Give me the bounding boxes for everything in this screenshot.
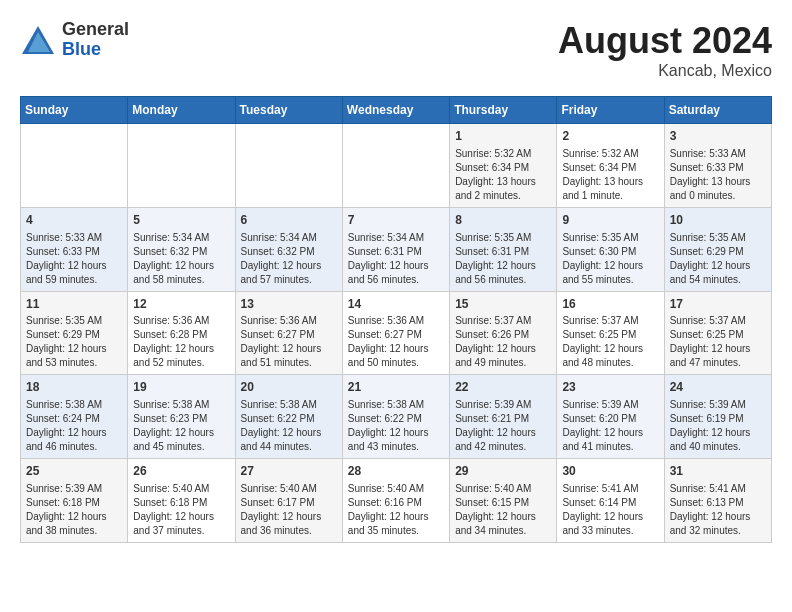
day-info: Sunrise: 5:38 AM Sunset: 6:22 PM Dayligh… — [241, 398, 337, 454]
day-info: Sunrise: 5:37 AM Sunset: 6:25 PM Dayligh… — [562, 314, 658, 370]
day-of-week-header: Friday — [557, 97, 664, 124]
calendar-cell: 16Sunrise: 5:37 AM Sunset: 6:25 PM Dayli… — [557, 291, 664, 375]
day-info: Sunrise: 5:41 AM Sunset: 6:13 PM Dayligh… — [670, 482, 766, 538]
day-number: 19 — [133, 379, 229, 396]
calendar-week-row: 4Sunrise: 5:33 AM Sunset: 6:33 PM Daylig… — [21, 207, 772, 291]
day-info: Sunrise: 5:37 AM Sunset: 6:25 PM Dayligh… — [670, 314, 766, 370]
title-section: August 2024 Kancab, Mexico — [558, 20, 772, 80]
day-info: Sunrise: 5:37 AM Sunset: 6:26 PM Dayligh… — [455, 314, 551, 370]
calendar-week-row: 25Sunrise: 5:39 AM Sunset: 6:18 PM Dayli… — [21, 459, 772, 543]
calendar-cell: 29Sunrise: 5:40 AM Sunset: 6:15 PM Dayli… — [450, 459, 557, 543]
day-number: 30 — [562, 463, 658, 480]
day-number: 15 — [455, 296, 551, 313]
day-number: 22 — [455, 379, 551, 396]
day-number: 25 — [26, 463, 122, 480]
calendar-cell: 20Sunrise: 5:38 AM Sunset: 6:22 PM Dayli… — [235, 375, 342, 459]
calendar-cell: 22Sunrise: 5:39 AM Sunset: 6:21 PM Dayli… — [450, 375, 557, 459]
calendar-cell: 24Sunrise: 5:39 AM Sunset: 6:19 PM Dayli… — [664, 375, 771, 459]
page-header: General Blue August 2024 Kancab, Mexico — [20, 20, 772, 80]
day-info: Sunrise: 5:40 AM Sunset: 6:17 PM Dayligh… — [241, 482, 337, 538]
day-number: 17 — [670, 296, 766, 313]
day-of-week-header: Thursday — [450, 97, 557, 124]
calendar-cell — [235, 124, 342, 208]
day-number: 26 — [133, 463, 229, 480]
location: Kancab, Mexico — [558, 62, 772, 80]
day-number: 11 — [26, 296, 122, 313]
day-info: Sunrise: 5:35 AM Sunset: 6:30 PM Dayligh… — [562, 231, 658, 287]
day-of-week-header: Saturday — [664, 97, 771, 124]
calendar-cell — [128, 124, 235, 208]
day-number: 6 — [241, 212, 337, 229]
calendar-week-row: 1Sunrise: 5:32 AM Sunset: 6:34 PM Daylig… — [21, 124, 772, 208]
day-info: Sunrise: 5:36 AM Sunset: 6:27 PM Dayligh… — [348, 314, 444, 370]
calendar-cell: 12Sunrise: 5:36 AM Sunset: 6:28 PM Dayli… — [128, 291, 235, 375]
day-number: 27 — [241, 463, 337, 480]
calendar-cell: 6Sunrise: 5:34 AM Sunset: 6:32 PM Daylig… — [235, 207, 342, 291]
day-number: 3 — [670, 128, 766, 145]
day-info: Sunrise: 5:40 AM Sunset: 6:18 PM Dayligh… — [133, 482, 229, 538]
day-number: 9 — [562, 212, 658, 229]
calendar-cell: 7Sunrise: 5:34 AM Sunset: 6:31 PM Daylig… — [342, 207, 449, 291]
calendar-week-row: 18Sunrise: 5:38 AM Sunset: 6:24 PM Dayli… — [21, 375, 772, 459]
calendar-header: SundayMondayTuesdayWednesdayThursdayFrid… — [21, 97, 772, 124]
day-info: Sunrise: 5:41 AM Sunset: 6:14 PM Dayligh… — [562, 482, 658, 538]
calendar-cell: 26Sunrise: 5:40 AM Sunset: 6:18 PM Dayli… — [128, 459, 235, 543]
calendar-cell: 28Sunrise: 5:40 AM Sunset: 6:16 PM Dayli… — [342, 459, 449, 543]
calendar-cell: 9Sunrise: 5:35 AM Sunset: 6:30 PM Daylig… — [557, 207, 664, 291]
day-number: 18 — [26, 379, 122, 396]
day-info: Sunrise: 5:35 AM Sunset: 6:31 PM Dayligh… — [455, 231, 551, 287]
logo: General Blue — [20, 20, 129, 60]
day-info: Sunrise: 5:33 AM Sunset: 6:33 PM Dayligh… — [670, 147, 766, 203]
day-info: Sunrise: 5:35 AM Sunset: 6:29 PM Dayligh… — [26, 314, 122, 370]
calendar-cell: 27Sunrise: 5:40 AM Sunset: 6:17 PM Dayli… — [235, 459, 342, 543]
day-number: 10 — [670, 212, 766, 229]
day-number: 5 — [133, 212, 229, 229]
day-number: 12 — [133, 296, 229, 313]
calendar-cell: 25Sunrise: 5:39 AM Sunset: 6:18 PM Dayli… — [21, 459, 128, 543]
calendar-week-row: 11Sunrise: 5:35 AM Sunset: 6:29 PM Dayli… — [21, 291, 772, 375]
day-number: 31 — [670, 463, 766, 480]
calendar-cell: 13Sunrise: 5:36 AM Sunset: 6:27 PM Dayli… — [235, 291, 342, 375]
day-number: 28 — [348, 463, 444, 480]
day-number: 23 — [562, 379, 658, 396]
day-info: Sunrise: 5:36 AM Sunset: 6:28 PM Dayligh… — [133, 314, 229, 370]
header-row: SundayMondayTuesdayWednesdayThursdayFrid… — [21, 97, 772, 124]
calendar-cell — [342, 124, 449, 208]
day-number: 2 — [562, 128, 658, 145]
day-info: Sunrise: 5:38 AM Sunset: 6:24 PM Dayligh… — [26, 398, 122, 454]
calendar-body: 1Sunrise: 5:32 AM Sunset: 6:34 PM Daylig… — [21, 124, 772, 543]
calendar-cell: 31Sunrise: 5:41 AM Sunset: 6:13 PM Dayli… — [664, 459, 771, 543]
day-info: Sunrise: 5:32 AM Sunset: 6:34 PM Dayligh… — [562, 147, 658, 203]
logo-general: General — [62, 20, 129, 40]
day-info: Sunrise: 5:40 AM Sunset: 6:16 PM Dayligh… — [348, 482, 444, 538]
day-of-week-header: Monday — [128, 97, 235, 124]
day-info: Sunrise: 5:33 AM Sunset: 6:33 PM Dayligh… — [26, 231, 122, 287]
logo-icon — [20, 22, 56, 58]
calendar-cell: 4Sunrise: 5:33 AM Sunset: 6:33 PM Daylig… — [21, 207, 128, 291]
day-number: 7 — [348, 212, 444, 229]
day-number: 24 — [670, 379, 766, 396]
calendar-cell: 8Sunrise: 5:35 AM Sunset: 6:31 PM Daylig… — [450, 207, 557, 291]
day-number: 4 — [26, 212, 122, 229]
calendar-cell: 23Sunrise: 5:39 AM Sunset: 6:20 PM Dayli… — [557, 375, 664, 459]
day-number: 16 — [562, 296, 658, 313]
calendar-cell: 3Sunrise: 5:33 AM Sunset: 6:33 PM Daylig… — [664, 124, 771, 208]
day-of-week-header: Tuesday — [235, 97, 342, 124]
day-info: Sunrise: 5:39 AM Sunset: 6:18 PM Dayligh… — [26, 482, 122, 538]
calendar-cell: 30Sunrise: 5:41 AM Sunset: 6:14 PM Dayli… — [557, 459, 664, 543]
day-number: 20 — [241, 379, 337, 396]
day-info: Sunrise: 5:40 AM Sunset: 6:15 PM Dayligh… — [455, 482, 551, 538]
logo-blue: Blue — [62, 40, 129, 60]
calendar-cell: 1Sunrise: 5:32 AM Sunset: 6:34 PM Daylig… — [450, 124, 557, 208]
day-info: Sunrise: 5:38 AM Sunset: 6:23 PM Dayligh… — [133, 398, 229, 454]
day-info: Sunrise: 5:34 AM Sunset: 6:32 PM Dayligh… — [241, 231, 337, 287]
day-info: Sunrise: 5:38 AM Sunset: 6:22 PM Dayligh… — [348, 398, 444, 454]
calendar-cell: 15Sunrise: 5:37 AM Sunset: 6:26 PM Dayli… — [450, 291, 557, 375]
calendar-cell: 14Sunrise: 5:36 AM Sunset: 6:27 PM Dayli… — [342, 291, 449, 375]
day-info: Sunrise: 5:32 AM Sunset: 6:34 PM Dayligh… — [455, 147, 551, 203]
calendar-cell: 17Sunrise: 5:37 AM Sunset: 6:25 PM Dayli… — [664, 291, 771, 375]
calendar-cell: 19Sunrise: 5:38 AM Sunset: 6:23 PM Dayli… — [128, 375, 235, 459]
day-info: Sunrise: 5:34 AM Sunset: 6:32 PM Dayligh… — [133, 231, 229, 287]
day-number: 8 — [455, 212, 551, 229]
day-info: Sunrise: 5:39 AM Sunset: 6:19 PM Dayligh… — [670, 398, 766, 454]
